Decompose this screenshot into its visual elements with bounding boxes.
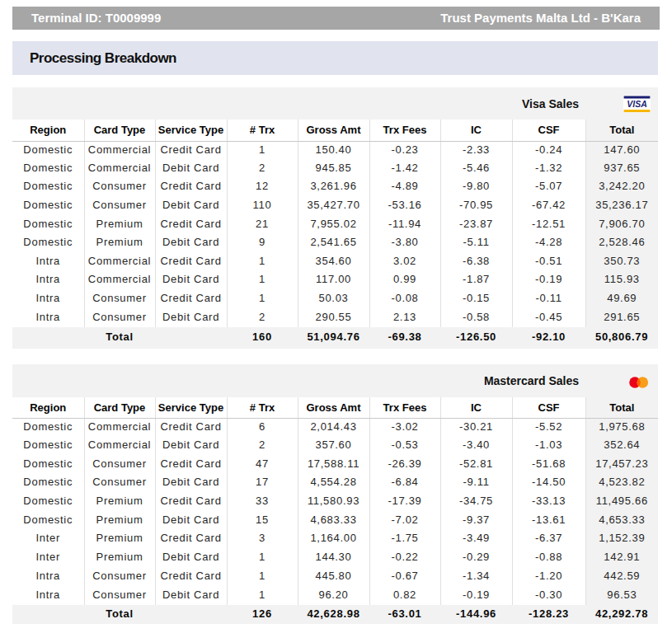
svg-text:VISA: VISA (627, 98, 647, 108)
